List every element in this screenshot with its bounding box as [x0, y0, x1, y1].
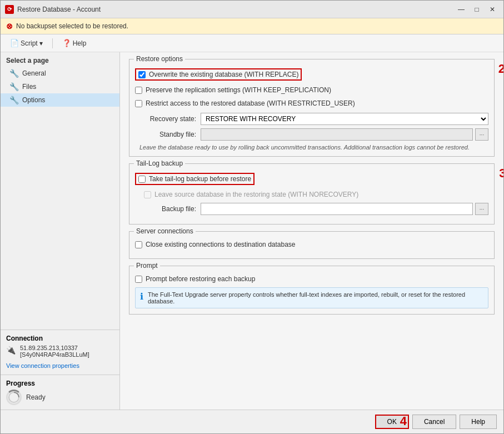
- sidebar-item-options[interactable]: 🔧 Options 1: [1, 93, 119, 107]
- help-icon: ❓: [62, 39, 71, 47]
- connection-info: 51.89.235.213,10337 [S4y0N4RAP4raB3LLuM]: [18, 345, 89, 358]
- overwrite-row: Overwrite the existing database (WITH RE…: [135, 67, 488, 82]
- prompt-before-row: Prompt before restoring each backup: [135, 274, 488, 284]
- connection-details: 🔌 51.89.235.213,10337 [S4y0N4RAP4raB3LLu…: [6, 345, 114, 358]
- sidebar-files-label: Files: [22, 83, 36, 91]
- main-panel: Restore options Overwrite the existing d…: [120, 52, 503, 410]
- sidebar-item-general[interactable]: 🔧 General: [1, 67, 119, 80]
- annotation-2: 2: [498, 62, 503, 76]
- preserve-replication-checkbox[interactable]: [135, 87, 142, 94]
- taillog-checkbox-label: Take tail-log backup before restore: [149, 175, 251, 183]
- sidebar-item-files[interactable]: 🔧 Files: [1, 80, 119, 93]
- main-window: ⟳ Restore Database - Account — □ ✕ ⊗ No …: [0, 0, 504, 434]
- info-box: ℹ The Full-Text Upgrade server property …: [135, 287, 488, 308]
- standby-file-browse-button[interactable]: ···: [475, 128, 488, 141]
- standby-note: Leave the database ready to use by rolli…: [139, 144, 488, 151]
- info-text: The Full-Text Upgrade server property co…: [148, 291, 483, 305]
- taillog-highlight-box: Take tail-log backup before restore: [135, 173, 255, 185]
- warning-icon: ⊗: [6, 22, 13, 31]
- content-area: Select a page 🔧 General 🔧 Files 🔧 Option…: [1, 52, 503, 410]
- standby-file-label: Standby file:: [135, 131, 196, 138]
- restore-options-section: Restore options Overwrite the existing d…: [129, 59, 495, 157]
- maximize-button[interactable]: □: [470, 4, 483, 15]
- taillog-content: Take tail-log backup before restore 3* L…: [129, 164, 494, 224]
- restrict-access-label: Restrict access to the restored database…: [146, 99, 355, 107]
- sidebar: Select a page 🔧 General 🔧 Files 🔧 Option…: [1, 52, 120, 410]
- script-icon: 📄: [10, 39, 19, 47]
- warning-text: No backupset selected to be restored.: [16, 22, 128, 30]
- window-icon: ⟳: [5, 5, 14, 14]
- leave-source-label: Leave source database in the restoring s…: [154, 191, 358, 198]
- prompt-before-label: Prompt before restoring each backup: [146, 275, 255, 283]
- preserve-replication-label: Preserve the replication settings (WITH …: [146, 86, 331, 94]
- recovery-state-control: RESTORE WITH RECOVERY: [201, 113, 488, 125]
- restore-options-label: Restore options: [134, 55, 185, 63]
- overwrite-highlight-box: Overwrite the existing database (WITH RE…: [135, 68, 302, 81]
- warning-bar: ⊗ No backupset selected to be restored.: [1, 18, 503, 34]
- progress-status: Ready: [26, 393, 46, 401]
- footer-help-button[interactable]: Help: [460, 415, 497, 429]
- restrict-access-row: Restrict access to the restored database…: [135, 98, 488, 108]
- connection-user: [S4y0N4RAP4raB3LLuM]: [20, 351, 89, 358]
- leave-source-row: Leave source database in the restoring s…: [144, 189, 488, 199]
- annotation-3: 3*: [499, 166, 503, 181]
- toolbar-separator: [52, 38, 53, 48]
- connection-server: 51.89.235.213,10337: [20, 345, 89, 351]
- help-button[interactable]: ❓ Help: [57, 37, 92, 49]
- script-button[interactable]: 📄 Script ▾: [5, 37, 48, 49]
- help-label: Help: [73, 39, 87, 47]
- connection-section: Connection 🔌 51.89.235.213,10337 [S4y0N4…: [1, 330, 119, 375]
- progress-title: Progress: [6, 380, 114, 387]
- taillog-checkbox[interactable]: [138, 176, 146, 183]
- titlebar: ⟳ Restore Database - Account — □ ✕: [1, 1, 503, 18]
- script-dropdown-icon: ▾: [39, 39, 43, 47]
- taillog-label: Tail-Log backup: [134, 159, 185, 167]
- sidebar-section-title: Select a page: [1, 52, 119, 67]
- options-icon: 🔧: [9, 96, 19, 104]
- backup-file-input[interactable]: /var/opt/mssql/data/Account_LogBackup_20…: [201, 203, 473, 215]
- recovery-state-select[interactable]: RESTORE WITH RECOVERY: [201, 113, 488, 125]
- files-icon: 🔧: [9, 82, 19, 91]
- prompt-content: Prompt before restoring each backup ℹ Th…: [129, 266, 494, 314]
- standby-file-row: Standby file: /var/opt/mssql/data/Accoun…: [135, 128, 488, 141]
- backup-file-row: Backup file: /var/opt/mssql/data/Account…: [135, 203, 488, 215]
- progress-inner: Ready: [6, 390, 114, 405]
- overwrite-checkbox[interactable]: [138, 71, 146, 78]
- window-title: Restore Database - Account: [17, 6, 455, 13]
- minimize-button[interactable]: —: [455, 4, 468, 15]
- overwrite-label: Overwrite the existing database (WITH RE…: [149, 71, 298, 78]
- recovery-state-row: Recovery state: RESTORE WITH RECOVERY: [135, 113, 488, 125]
- prompt-label: Prompt: [134, 262, 160, 270]
- connection-title: Connection: [6, 335, 114, 342]
- general-icon: 🔧: [9, 69, 19, 78]
- script-label: Script: [21, 39, 38, 47]
- taillog-row: Take tail-log backup before restore 3*: [135, 172, 488, 186]
- cancel-button[interactable]: Cancel: [412, 415, 456, 429]
- backup-file-browse-button[interactable]: ···: [475, 203, 488, 215]
- server-connections-content: Close existing connections to destinatio…: [129, 232, 494, 258]
- backup-file-label: Backup file:: [135, 205, 196, 213]
- view-connection-link[interactable]: View connection properties: [6, 362, 114, 369]
- ok-button[interactable]: OK: [375, 415, 409, 429]
- backup-file-control: /var/opt/mssql/data/Account_LogBackup_20…: [201, 203, 488, 215]
- close-connections-row: Close existing connections to destinatio…: [135, 240, 488, 250]
- prompt-before-checkbox[interactable]: [135, 276, 142, 283]
- standby-file-control: /var/opt/mssql/data/Account_RollbackUndo…: [201, 128, 488, 141]
- standby-file-input[interactable]: /var/opt/mssql/data/Account_RollbackUndo…: [201, 128, 473, 141]
- server-connections-label: Server connections: [134, 227, 196, 235]
- prompt-section: Prompt Prompt before restoring each back…: [129, 266, 495, 315]
- toolbar: 📄 Script ▾ ❓ Help: [1, 34, 503, 52]
- progress-spinner: [6, 390, 22, 405]
- sidebar-general-label: General: [22, 69, 46, 77]
- window-controls: — □ ✕: [455, 4, 499, 15]
- taillog-section: Tail-Log backup Take tail-log backup bef…: [129, 163, 495, 225]
- info-icon: ℹ: [140, 291, 143, 302]
- preserve-replication-row: Preserve the replication settings (WITH …: [135, 85, 488, 95]
- restrict-access-checkbox[interactable]: [135, 100, 142, 107]
- close-button[interactable]: ✕: [486, 4, 499, 15]
- server-connections-section: Server connections Close existing connec…: [129, 231, 495, 259]
- close-connections-checkbox[interactable]: [135, 241, 142, 248]
- close-connections-label: Close existing connections to destinatio…: [146, 241, 296, 248]
- leave-source-checkbox: [144, 191, 151, 198]
- connection-icon: 🔌: [6, 346, 16, 355]
